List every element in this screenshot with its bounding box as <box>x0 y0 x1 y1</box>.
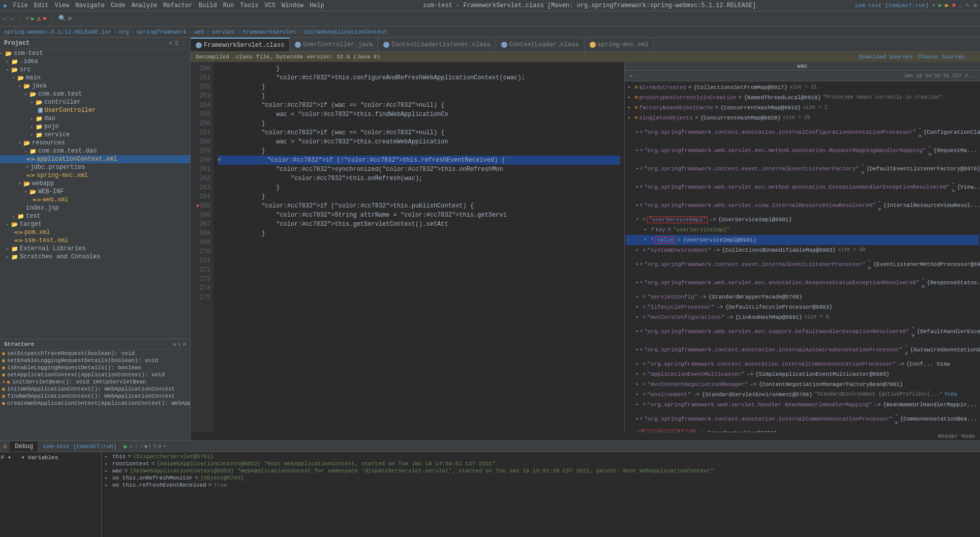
menu-vcs[interactable]: VCS <box>264 2 275 9</box>
debug-close-icon[interactable]: × <box>163 443 166 450</box>
toolbar-settings[interactable]: ⚙ <box>68 15 72 22</box>
editor-tab-FrameworkServlet-class[interactable]: FrameworkServlet.class <box>191 38 290 52</box>
tree-item-com.ssm.test.dao[interactable]: ▸📁com.ssm.test.dao <box>0 147 190 155</box>
debug-item-19[interactable]: ▸≡"org.springframework.context.annotatio… <box>626 341 979 359</box>
debug-item-10[interactable]: ▸fkey="userServiceImpl" <box>626 225 979 235</box>
debug-item-5[interactable]: ▸≡"org.springframework.web.servlet.mvc.m… <box>626 141 979 160</box>
debug-item-13[interactable]: ▸≡"org.springframework.context.event.int… <box>626 255 979 274</box>
tree-item-idea[interactable]: ▸📁.idea <box>0 57 190 66</box>
download-sources-link[interactable]: Download Sources <box>859 54 913 60</box>
tree-item-src[interactable]: ▾📂src <box>0 66 190 74</box>
editor-tab-ContextLoader-class[interactable]: ContextLoader.class <box>496 38 585 52</box>
tree-item-target[interactable]: ▾📂target <box>0 220 190 228</box>
toolbar-debug[interactable]: ⚓ <box>37 15 41 23</box>
other-btns[interactable]: ⚊ ✎ ⚙ <box>959 2 977 9</box>
debug-step-over-icon[interactable]: ⇓ <box>129 442 133 450</box>
tree-item-main[interactable]: ▾📂main <box>0 74 190 82</box>
choose-sources-link[interactable]: Choose Sources... <box>918 54 975 60</box>
debug-item-6[interactable]: ▸≡"org.springframework.context.event.int… <box>626 160 979 178</box>
structure-settings-icon[interactable]: ⚙ <box>183 341 186 347</box>
debug-item-20[interactable]: ▸≡"org.springframework.context.annotatio… <box>626 359 979 369</box>
menu-code[interactable]: Code <box>111 2 126 9</box>
debug-item-12[interactable]: ▸≡"systemEnvironment"->{Collections$Unmo… <box>626 245 979 255</box>
menu-help[interactable]: Help <box>310 2 324 9</box>
tree-item-spring-mvc.xml[interactable]: ≪≫spring-mvc.xml <box>0 171 190 180</box>
editor-tab-spring-mvc-xml[interactable]: spring-mvc.xml <box>585 38 655 52</box>
tree-item-pojo[interactable]: ▸📁pojo <box>0 123 190 131</box>
debug-step-out-icon[interactable]: ↑ <box>140 443 143 450</box>
menu-build[interactable]: Build <box>199 2 217 9</box>
tree-item-Scratches[interactable]: ▸📁Scratches and Consoles <box>0 253 190 261</box>
debug-item-11[interactable]: ▸fvalue={UserServiceImpl@6981} <box>626 235 979 245</box>
tree-item-resources[interactable]: ▾📂resources <box>0 139 190 147</box>
tab-debug[interactable]: Debug <box>10 441 39 452</box>
reader-mode[interactable]: Reader Mode <box>191 432 980 440</box>
menu-analyze[interactable]: Analyze <box>132 2 157 9</box>
project-gear-icon[interactable]: ⋮ <box>181 40 186 46</box>
tree-item-service[interactable]: ▸📁service <box>0 131 190 139</box>
editor-tab-ContextLoaderListener-class[interactable]: ContextLoaderListener.class <box>378 38 496 52</box>
toolbar-build[interactable]: ⌨ <box>25 15 29 22</box>
structure-item[interactable]: ◉initWebApplicationContext(): WebApplica… <box>0 385 190 393</box>
editor-tab-UserController-java[interactable]: UserController.java <box>290 38 378 52</box>
tree-item-web.xml[interactable]: ≪≫web.xml <box>0 196 190 204</box>
tree-item-index.jsp[interactable]: index.jsp <box>0 204 190 212</box>
tree-item-controller[interactable]: ▾📂controller <box>0 98 190 106</box>
debug-item-4[interactable]: ▸≡"org.springframework.context.annotatio… <box>626 123 979 141</box>
stop-btn[interactable]: ■ <box>952 2 956 9</box>
structure-collapse-icon[interactable]: ⇕ <box>178 341 181 347</box>
structure-item[interactable]: ◉findWebApplicationContext(): WebApplica… <box>0 393 190 400</box>
tree-item-pom.xml[interactable]: ≪≫pom.xml <box>0 228 190 236</box>
debug-item-7[interactable]: ▸≡"org.springframework.web.servlet.mvc.m… <box>626 178 979 196</box>
breadcrumb-item-4[interactable]: servlet <box>211 29 235 35</box>
debug-expand-btn[interactable]: + <box>628 72 634 79</box>
breadcrumb-item-3[interactable]: web <box>194 29 204 35</box>
tree-item-WEB-INF[interactable]: ▾📂WEB-INF <box>0 188 190 196</box>
toolbar-search[interactable]: 🔍 <box>58 15 66 22</box>
toolbar-back[interactable]: ← <box>3 15 7 23</box>
tree-item-dao[interactable]: ▸📁dao <box>0 114 190 123</box>
frames-label[interactable]: F ▾ ▾ Variables <box>1 453 100 462</box>
menu-tools[interactable]: Tools <box>240 2 258 9</box>
structure-refresh-icon[interactable]: ↻ <box>173 341 176 347</box>
debug-collapse-btn[interactable]: - <box>636 72 641 79</box>
toolbar-fwd[interactable]: → <box>9 15 13 23</box>
project-settings-icon[interactable]: ⚙ <box>169 40 172 46</box>
structure-item[interactable]: ◉setEnableLoggingRequestDetails(boolean)… <box>0 357 190 364</box>
project-collapse-icon[interactable]: ☰ <box>174 40 179 46</box>
structure-item[interactable]: ◉isEnableLoggingRequestDetails(): boolea… <box>0 364 190 371</box>
tree-item-applicationContext.xml[interactable]: ≪≫applicationContext.xml <box>0 155 190 163</box>
debug-item-15[interactable]: ▸≡"servletConfig"->{StandardWrapperFacad… <box>626 292 979 302</box>
debug-resume-icon[interactable]: ▶ <box>124 442 128 451</box>
debug-session-label[interactable]: ssm-test [tomcat7:run] <box>39 442 120 451</box>
structure-item[interactable]: ◉setApplicationContext(ApplicationContex… <box>0 371 190 378</box>
structure-item[interactable]: ◉setDispatchTraceRequest(boolean): void <box>0 350 190 357</box>
tree-item-com.ssm.test[interactable]: ▾📂com.ssm.test <box>0 90 190 98</box>
debug-item-1[interactable]: ▸mprototypesCurrentlyInCreation={NamedTh… <box>626 93 979 103</box>
debug-run-to-cursor-icon[interactable]: ▶| <box>145 443 151 450</box>
tree-item-jdbc.properties[interactable]: ≡jdbc.properties <box>0 163 190 171</box>
breadcrumb-item-6[interactable]: initWebApplicationContext <box>303 29 387 35</box>
structure-item[interactable]: ◉createWebApplicationContext(Application… <box>0 400 190 407</box>
debug-item-3[interactable]: ▸msingletonObjects={ConcurrentHashMap@69… <box>626 113 979 123</box>
debug-item-2[interactable]: ▸mfactoryBeanObjectCache={ConcurrentHash… <box>626 103 979 113</box>
var-row-4[interactable]: ▸oo this.onRefreshMonitor={Object@5765} <box>103 474 979 482</box>
debug-item-22[interactable]: ▸≡"mvcContentNegotiationManager"->{Conte… <box>626 379 979 390</box>
debug-item-17[interactable]: ▸≡"mvcCorsConfigurations"->{LinkedHashMa… <box>626 312 979 322</box>
debug-item-21[interactable]: ▸≡"applicationEventMulticaster"->{Simple… <box>626 369 979 379</box>
tree-item-ssm-test[interactable]: ▾📂ssm-test <box>0 49 190 57</box>
var-row-5[interactable]: ▸oo this.refreshEventReceived=true <box>103 482 979 489</box>
run-btn[interactable]: ▶ <box>938 2 942 9</box>
var-row-1[interactable]: ▸this={DispatcherServlet@5761} <box>103 453 979 460</box>
menu-navigate[interactable]: Navigate <box>75 2 105 9</box>
toolbar-stop[interactable]: ■ <box>43 15 46 22</box>
debug-item-16[interactable]: ▸≡"lifecycleProcessor"->{DefaultLifecycl… <box>626 302 979 312</box>
toolbar-run[interactable]: ▶ <box>31 15 35 22</box>
debug-item-8[interactable]: ▸≡"org.springframework.web.servlet.view.… <box>626 196 979 215</box>
debug-item-25[interactable]: ▸≡"org.springframework.context.annotatio… <box>626 410 979 428</box>
debug-item-24[interactable]: ▸≡"org.springframework.web.servlet.handl… <box>626 400 979 410</box>
menu-edit[interactable]: Edit <box>34 2 49 9</box>
code-content[interactable]: } "color:#cc7832">this.configureAndRefre… <box>213 62 624 432</box>
breadcrumb-item-5[interactable]: FrameworkServlet <box>242 29 296 35</box>
tree-item-test[interactable]: ▸📁test <box>0 212 190 220</box>
